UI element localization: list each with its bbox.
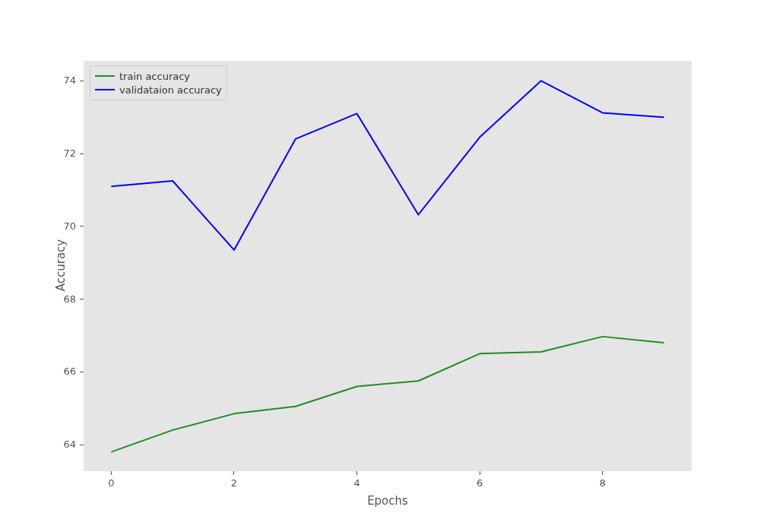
x-tick-mark	[111, 471, 112, 475]
x-tick-mark	[602, 471, 603, 475]
x-axis-label: Epochs	[84, 494, 692, 508]
series-line-1	[111, 81, 663, 250]
legend-entry: validataion accuracy	[95, 83, 222, 97]
x-tick-label: 6	[468, 477, 491, 489]
legend-swatch	[95, 89, 115, 90]
legend-label: validataion accuracy	[119, 84, 222, 96]
x-tick-label: 4	[346, 477, 369, 489]
y-tick-label: 74	[63, 74, 76, 86]
series-line-0	[111, 337, 663, 452]
legend-entry: train accuracy	[95, 69, 222, 83]
legend: train accuracyvalidataion accuracy	[90, 65, 227, 100]
legend-swatch	[95, 75, 115, 77]
y-tick-label: 64	[63, 439, 76, 450]
y-tick-label: 66	[63, 366, 76, 377]
plot-area: train accuracyvalidataion accuracy	[84, 61, 692, 471]
x-tick-label: 0	[100, 477, 122, 489]
y-tick-mark	[80, 226, 84, 226]
figure: train accuracyvalidataion accuracy 02468…	[0, 0, 760, 532]
x-tick-mark	[356, 471, 357, 475]
y-tick-label: 72	[63, 147, 76, 159]
y-tick-mark	[80, 299, 84, 299]
x-tick-mark	[233, 471, 234, 475]
x-tick-mark	[480, 471, 480, 475]
y-tick-mark	[80, 445, 84, 445]
legend-label: train accuracy	[119, 71, 190, 82]
y-tick-mark	[80, 372, 84, 372]
lines-svg	[84, 61, 692, 471]
y-tick-mark	[80, 81, 84, 81]
y-axis-label: Accuracy	[54, 227, 68, 303]
x-tick-label: 8	[591, 477, 614, 489]
x-tick-label: 2	[223, 477, 245, 489]
y-tick-mark	[80, 154, 84, 154]
